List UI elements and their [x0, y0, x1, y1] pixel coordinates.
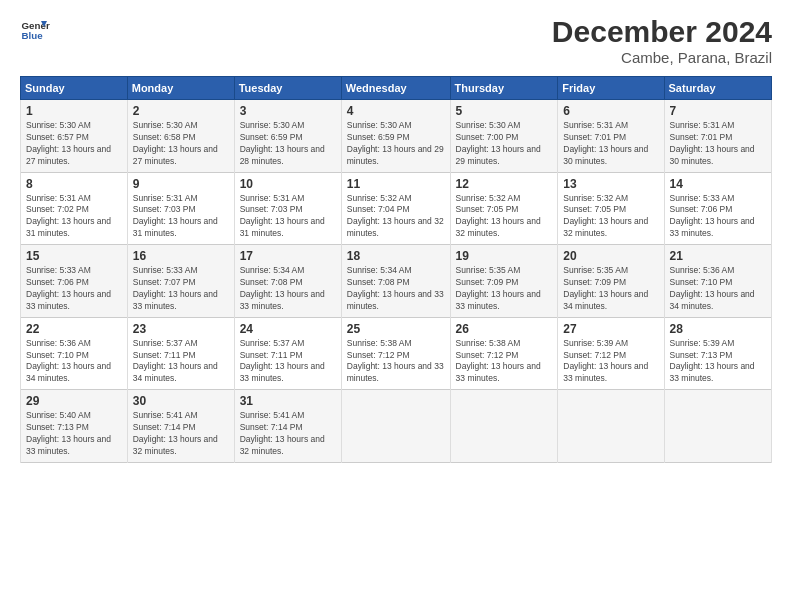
calendar-cell: 21Sunrise: 5:36 AMSunset: 7:10 PMDayligh…	[664, 245, 771, 318]
day-number: 5	[456, 104, 553, 118]
calendar-cell: 3Sunrise: 5:30 AMSunset: 6:59 PMDaylight…	[234, 100, 341, 173]
day-info: Sunrise: 5:33 AMSunset: 7:06 PMDaylight:…	[26, 265, 122, 313]
calendar-week-3: 15Sunrise: 5:33 AMSunset: 7:06 PMDayligh…	[21, 245, 772, 318]
day-info: Sunrise: 5:30 AMSunset: 6:59 PMDaylight:…	[347, 120, 445, 168]
day-number: 18	[347, 249, 445, 263]
calendar-cell: 9Sunrise: 5:31 AMSunset: 7:03 PMDaylight…	[127, 172, 234, 245]
calendar-week-5: 29Sunrise: 5:40 AMSunset: 7:13 PMDayligh…	[21, 390, 772, 463]
calendar-cell: 28Sunrise: 5:39 AMSunset: 7:13 PMDayligh…	[664, 317, 771, 390]
calendar-week-4: 22Sunrise: 5:36 AMSunset: 7:10 PMDayligh…	[21, 317, 772, 390]
day-number: 24	[240, 322, 336, 336]
day-number: 4	[347, 104, 445, 118]
page: General Blue December 2024 Cambe, Parana…	[0, 0, 792, 612]
day-number: 13	[563, 177, 658, 191]
day-info: Sunrise: 5:33 AMSunset: 7:07 PMDaylight:…	[133, 265, 229, 313]
day-info: Sunrise: 5:34 AMSunset: 7:08 PMDaylight:…	[240, 265, 336, 313]
weekday-header-row: SundayMondayTuesdayWednesdayThursdayFrid…	[21, 77, 772, 100]
day-number: 12	[456, 177, 553, 191]
weekday-header-thursday: Thursday	[450, 77, 558, 100]
day-info: Sunrise: 5:30 AMSunset: 6:57 PMDaylight:…	[26, 120, 122, 168]
calendar-cell: 19Sunrise: 5:35 AMSunset: 7:09 PMDayligh…	[450, 245, 558, 318]
day-number: 1	[26, 104, 122, 118]
day-info: Sunrise: 5:38 AMSunset: 7:12 PMDaylight:…	[347, 338, 445, 386]
day-info: Sunrise: 5:39 AMSunset: 7:13 PMDaylight:…	[670, 338, 766, 386]
day-info: Sunrise: 5:32 AMSunset: 7:05 PMDaylight:…	[563, 193, 658, 241]
calendar-cell: 16Sunrise: 5:33 AMSunset: 7:07 PMDayligh…	[127, 245, 234, 318]
weekday-header-monday: Monday	[127, 77, 234, 100]
day-info: Sunrise: 5:39 AMSunset: 7:12 PMDaylight:…	[563, 338, 658, 386]
day-info: Sunrise: 5:31 AMSunset: 7:01 PMDaylight:…	[563, 120, 658, 168]
calendar-cell: 31Sunrise: 5:41 AMSunset: 7:14 PMDayligh…	[234, 390, 341, 463]
day-number: 8	[26, 177, 122, 191]
calendar-cell: 15Sunrise: 5:33 AMSunset: 7:06 PMDayligh…	[21, 245, 128, 318]
day-number: 25	[347, 322, 445, 336]
calendar-cell: 10Sunrise: 5:31 AMSunset: 7:03 PMDayligh…	[234, 172, 341, 245]
title-block: December 2024 Cambe, Parana, Brazil	[552, 15, 772, 66]
day-info: Sunrise: 5:30 AMSunset: 6:59 PMDaylight:…	[240, 120, 336, 168]
day-info: Sunrise: 5:30 AMSunset: 7:00 PMDaylight:…	[456, 120, 553, 168]
day-number: 10	[240, 177, 336, 191]
calendar-cell: 2Sunrise: 5:30 AMSunset: 6:58 PMDaylight…	[127, 100, 234, 173]
calendar-cell	[450, 390, 558, 463]
day-number: 21	[670, 249, 766, 263]
day-number: 6	[563, 104, 658, 118]
day-number: 15	[26, 249, 122, 263]
day-number: 20	[563, 249, 658, 263]
day-number: 23	[133, 322, 229, 336]
calendar-cell	[341, 390, 450, 463]
day-info: Sunrise: 5:40 AMSunset: 7:13 PMDaylight:…	[26, 410, 122, 458]
calendar-cell	[664, 390, 771, 463]
day-number: 22	[26, 322, 122, 336]
calendar-cell: 29Sunrise: 5:40 AMSunset: 7:13 PMDayligh…	[21, 390, 128, 463]
day-info: Sunrise: 5:41 AMSunset: 7:14 PMDaylight:…	[240, 410, 336, 458]
svg-text:Blue: Blue	[22, 30, 44, 41]
day-info: Sunrise: 5:36 AMSunset: 7:10 PMDaylight:…	[670, 265, 766, 313]
logo-icon: General Blue	[20, 15, 50, 45]
day-number: 2	[133, 104, 229, 118]
day-number: 19	[456, 249, 553, 263]
day-number: 9	[133, 177, 229, 191]
header: General Blue December 2024 Cambe, Parana…	[20, 15, 772, 66]
day-info: Sunrise: 5:31 AMSunset: 7:01 PMDaylight:…	[670, 120, 766, 168]
weekday-header-friday: Friday	[558, 77, 664, 100]
day-info: Sunrise: 5:31 AMSunset: 7:03 PMDaylight:…	[240, 193, 336, 241]
day-number: 30	[133, 394, 229, 408]
day-info: Sunrise: 5:37 AMSunset: 7:11 PMDaylight:…	[133, 338, 229, 386]
calendar-cell: 4Sunrise: 5:30 AMSunset: 6:59 PMDaylight…	[341, 100, 450, 173]
day-info: Sunrise: 5:30 AMSunset: 6:58 PMDaylight:…	[133, 120, 229, 168]
calendar-cell: 14Sunrise: 5:33 AMSunset: 7:06 PMDayligh…	[664, 172, 771, 245]
day-info: Sunrise: 5:35 AMSunset: 7:09 PMDaylight:…	[456, 265, 553, 313]
calendar-cell: 24Sunrise: 5:37 AMSunset: 7:11 PMDayligh…	[234, 317, 341, 390]
calendar-cell: 26Sunrise: 5:38 AMSunset: 7:12 PMDayligh…	[450, 317, 558, 390]
calendar-cell: 17Sunrise: 5:34 AMSunset: 7:08 PMDayligh…	[234, 245, 341, 318]
day-info: Sunrise: 5:36 AMSunset: 7:10 PMDaylight:…	[26, 338, 122, 386]
day-number: 14	[670, 177, 766, 191]
calendar-cell: 11Sunrise: 5:32 AMSunset: 7:04 PMDayligh…	[341, 172, 450, 245]
calendar-cell: 6Sunrise: 5:31 AMSunset: 7:01 PMDaylight…	[558, 100, 664, 173]
day-info: Sunrise: 5:32 AMSunset: 7:05 PMDaylight:…	[456, 193, 553, 241]
location-title: Cambe, Parana, Brazil	[552, 49, 772, 66]
calendar-week-1: 1Sunrise: 5:30 AMSunset: 6:57 PMDaylight…	[21, 100, 772, 173]
calendar-cell: 12Sunrise: 5:32 AMSunset: 7:05 PMDayligh…	[450, 172, 558, 245]
calendar-cell: 23Sunrise: 5:37 AMSunset: 7:11 PMDayligh…	[127, 317, 234, 390]
calendar-cell: 27Sunrise: 5:39 AMSunset: 7:12 PMDayligh…	[558, 317, 664, 390]
calendar-cell: 7Sunrise: 5:31 AMSunset: 7:01 PMDaylight…	[664, 100, 771, 173]
calendar-cell: 22Sunrise: 5:36 AMSunset: 7:10 PMDayligh…	[21, 317, 128, 390]
weekday-header-sunday: Sunday	[21, 77, 128, 100]
day-info: Sunrise: 5:33 AMSunset: 7:06 PMDaylight:…	[670, 193, 766, 241]
day-info: Sunrise: 5:32 AMSunset: 7:04 PMDaylight:…	[347, 193, 445, 241]
day-number: 31	[240, 394, 336, 408]
calendar-body: 1Sunrise: 5:30 AMSunset: 6:57 PMDaylight…	[21, 100, 772, 463]
day-info: Sunrise: 5:35 AMSunset: 7:09 PMDaylight:…	[563, 265, 658, 313]
calendar-cell	[558, 390, 664, 463]
calendar-cell: 8Sunrise: 5:31 AMSunset: 7:02 PMDaylight…	[21, 172, 128, 245]
calendar-cell: 1Sunrise: 5:30 AMSunset: 6:57 PMDaylight…	[21, 100, 128, 173]
calendar-cell: 30Sunrise: 5:41 AMSunset: 7:14 PMDayligh…	[127, 390, 234, 463]
day-info: Sunrise: 5:41 AMSunset: 7:14 PMDaylight:…	[133, 410, 229, 458]
calendar-table: SundayMondayTuesdayWednesdayThursdayFrid…	[20, 76, 772, 463]
day-number: 16	[133, 249, 229, 263]
day-number: 26	[456, 322, 553, 336]
calendar-header: SundayMondayTuesdayWednesdayThursdayFrid…	[21, 77, 772, 100]
logo: General Blue	[20, 15, 50, 45]
day-number: 11	[347, 177, 445, 191]
